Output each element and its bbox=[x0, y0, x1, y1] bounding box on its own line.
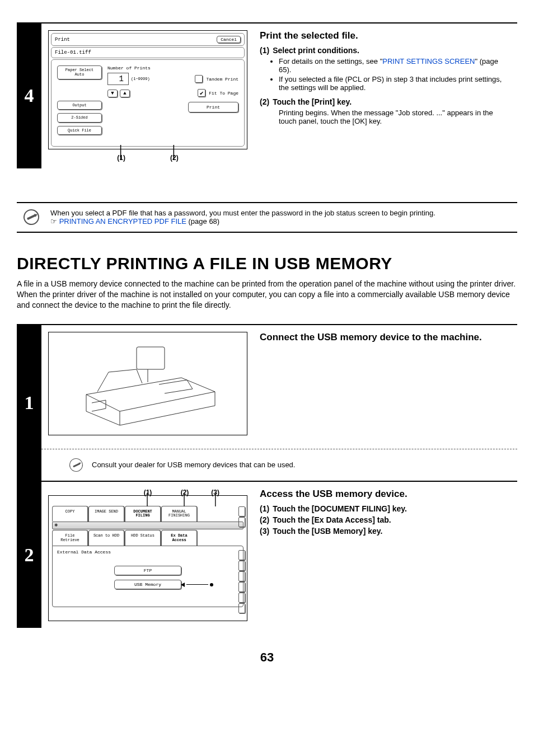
callout-s2-3: (3)│ bbox=[204, 489, 219, 502]
step-4-row: 4 Print Cancel File-01.tiff Paper Select… bbox=[17, 22, 517, 168]
top-tabs: COPY IMAGE SEND DOCUMENTFILING MANUALFIN… bbox=[51, 506, 245, 522]
print-panel-left-col: Paper Select Auto Output 2-Sided Quick F… bbox=[57, 65, 102, 135]
encrypted-pdf-link[interactable]: PRINTING AN ENCRYPTED PDF FILE bbox=[59, 217, 186, 226]
side-seg-4[interactable] bbox=[238, 561, 245, 571]
section-heading: DIRECTLY PRINTING A FILE IN USB MEMORY bbox=[17, 254, 517, 273]
dashed-separator bbox=[41, 449, 517, 449]
note-line1: When you select a PDF file that has a pa… bbox=[50, 209, 435, 217]
step2-callouts: (1)│ (2)│ (3)│ bbox=[48, 489, 247, 502]
paper-select-auto: Auto bbox=[75, 72, 85, 77]
callout-s2-1: (1)│ bbox=[130, 489, 166, 502]
side-seg-6[interactable] bbox=[238, 582, 245, 592]
note-text: When you select a PDF file that has a pa… bbox=[50, 209, 435, 226]
step-number-2: 2 bbox=[17, 482, 41, 628]
step-1-heading: Connect the USB memory device to the mac… bbox=[260, 332, 512, 343]
step4-sub2-title: Touch the [Print] key. bbox=[273, 97, 352, 106]
mid-tabs: File Retrieve Scan to HDD HDD Status Ex … bbox=[51, 530, 245, 546]
quick-file-button[interactable]: Quick File bbox=[57, 126, 102, 135]
step-1-illustration bbox=[41, 325, 254, 442]
side-seg-5[interactable] bbox=[238, 571, 245, 581]
step4-callouts: │(1) │(2) bbox=[48, 151, 247, 162]
side-seg-2[interactable] bbox=[238, 517, 245, 527]
step4-sub1-num: (1) bbox=[260, 46, 269, 55]
two-sided-button[interactable]: 2-Sided bbox=[57, 113, 102, 122]
num-prints-label: Number of Prints bbox=[107, 65, 238, 71]
tab-file-retrieve[interactable]: File Retrieve bbox=[52, 530, 88, 546]
tab-image-send[interactable]: IMAGE SEND bbox=[88, 506, 124, 522]
tandem-print-checkbox[interactable] bbox=[195, 75, 203, 83]
tandem-print-label: Tandem Print bbox=[206, 77, 238, 82]
side-strip bbox=[238, 506, 245, 619]
callout-1: │(1) bbox=[117, 151, 125, 162]
fit-to-page-label: Fit To Page bbox=[209, 91, 238, 96]
step-2-row: 2 (1)│ (2)│ (3)│ COPY IMAGE SEND DOCUMEN… bbox=[17, 481, 517, 628]
usb-memory-label: USB Memory bbox=[134, 582, 161, 587]
step-4-heading: Print the selected file. bbox=[260, 30, 512, 41]
step4-b1a: For details on the settings, see " bbox=[279, 57, 382, 65]
pointer-icon: ☞ bbox=[50, 217, 57, 226]
tab-ex-data-access[interactable]: Ex Data Access bbox=[161, 530, 197, 546]
step-number-4: 4 bbox=[17, 24, 41, 168]
printer-svg bbox=[75, 339, 221, 428]
ftp-button[interactable]: FTP bbox=[114, 566, 181, 575]
print-settings-screen-link[interactable]: PRINT SETTINGS SCREEN bbox=[382, 57, 475, 65]
side-seg-8[interactable] bbox=[238, 603, 245, 613]
note-icon-small bbox=[67, 456, 85, 474]
output-button[interactable]: Output bbox=[57, 101, 102, 110]
callout-2: │(2) bbox=[170, 151, 179, 162]
note-icon bbox=[21, 207, 41, 228]
print-panel-right-col: Number of Prints 1 (1~9999) Tandem Print… bbox=[102, 65, 238, 135]
print-panel-filename: File-01.tiff bbox=[51, 47, 245, 58]
tab-manual-finishing[interactable]: MANUALFINISHING bbox=[161, 506, 197, 522]
step-1-text: Connect the USB memory device to the mac… bbox=[254, 325, 517, 442]
side-seg-7[interactable] bbox=[238, 593, 245, 603]
step-1-row: 1 bbox=[17, 324, 517, 481]
section-intro: A file in a USB memory device connected … bbox=[17, 279, 517, 311]
s2-t3: Touch the [USB Memory] key. bbox=[273, 527, 382, 536]
consult-text: Consult your dealer for USB memory devic… bbox=[92, 461, 295, 469]
step-1-consult: Consult your dealer for USB memory devic… bbox=[41, 455, 517, 475]
usb-memory-button[interactable]: USB Memory bbox=[114, 580, 181, 589]
panel-body: External Data Access FTP USB Memory bbox=[52, 546, 243, 607]
tab-scan-to-hdd[interactable]: Scan to HDD bbox=[88, 530, 124, 546]
touch-panel: COPY IMAGE SEND DOCUMENTFILING MANUALFIN… bbox=[48, 495, 247, 622]
s2-n2: (2) bbox=[260, 515, 269, 524]
paper-select-label: Paper Select bbox=[65, 68, 93, 72]
print-panel: Print Cancel File-01.tiff Paper Select A… bbox=[48, 30, 247, 149]
count-down-button[interactable]: ▼ bbox=[107, 90, 118, 97]
status-strip bbox=[52, 522, 243, 529]
print-panel-body: Paper Select Auto Output 2-Sided Quick F… bbox=[51, 59, 245, 147]
tab-document-filing[interactable]: DOCUMENTFILING bbox=[125, 506, 161, 522]
tab-hdd-status[interactable]: HDD Status bbox=[125, 530, 161, 546]
step4-sub1-bullets: For details on the settings, see "PRINT … bbox=[279, 57, 512, 92]
paper-select-button[interactable]: Paper Select Auto bbox=[57, 65, 102, 79]
step-2-illustration: (1)│ (2)│ (3)│ COPY IMAGE SEND DOCUMENTF… bbox=[41, 482, 254, 628]
step4-sub2-body: Printing begins. When the message "Job s… bbox=[279, 109, 512, 125]
print-panel-titlebar: Print Cancel bbox=[51, 33, 245, 46]
print-panel-title: Print bbox=[55, 37, 70, 43]
cancel-button[interactable]: Cancel bbox=[217, 36, 241, 43]
s2-t2: Touch the [Ex Data Access] tab. bbox=[273, 515, 391, 524]
s2-n1: (1) bbox=[260, 504, 269, 513]
step4-b2: If you selected a file (PCL or PS) in st… bbox=[279, 75, 512, 92]
step4-sub2-num: (2) bbox=[260, 97, 269, 106]
step-2-heading: Access the USB memory device. bbox=[260, 489, 512, 500]
machine-illustration bbox=[48, 332, 247, 435]
print-button[interactable]: Print bbox=[188, 102, 238, 112]
note-tail: (page 68) bbox=[186, 217, 219, 226]
external-data-access-label: External Data Access bbox=[57, 550, 238, 555]
step-4-illustration: Print Cancel File-01.tiff Paper Select A… bbox=[41, 24, 254, 168]
step4-sub1-title: Select print conditions. bbox=[273, 46, 359, 55]
side-seg-1[interactable] bbox=[238, 506, 245, 516]
step-2-text: Access the USB memory device. (1)Touch t… bbox=[254, 482, 517, 628]
s2-t1: Touch the [DOCUMENT FILING] key. bbox=[273, 504, 407, 513]
fit-to-page-checkbox[interactable]: ✔ bbox=[198, 89, 205, 97]
side-seg-3[interactable] bbox=[238, 550, 245, 560]
tab-copy[interactable]: COPY bbox=[52, 506, 88, 522]
print-count-range: (1~9999) bbox=[131, 77, 150, 81]
callout-s2-2: (2)│ bbox=[167, 489, 203, 502]
callout-3-arrow bbox=[181, 583, 213, 587]
page-number: 63 bbox=[17, 650, 517, 665]
encrypted-pdf-note: When you select a PDF file that has a pa… bbox=[17, 202, 517, 233]
count-up-button[interactable]: ▲ bbox=[120, 90, 130, 97]
